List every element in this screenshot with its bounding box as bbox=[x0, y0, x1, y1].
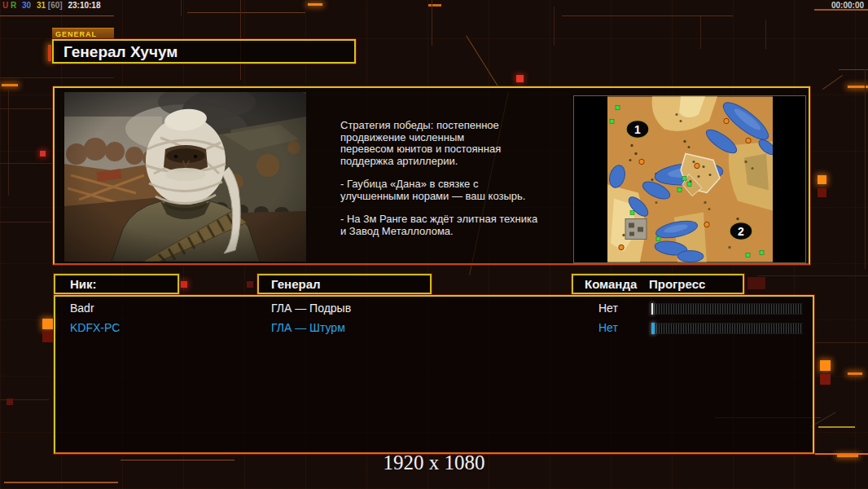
general-portrait bbox=[64, 92, 306, 262]
circuit-line bbox=[865, 69, 866, 269]
player-general: ГЛА — Штурм bbox=[271, 321, 345, 334]
circuit-line bbox=[8, 90, 9, 196]
strategy-paragraph: - Гаубица «Дана» в связке с улучшенными … bbox=[340, 178, 576, 202]
strategy-description: Стратегия победы: постепенное продвижени… bbox=[340, 120, 576, 249]
circuit-square bbox=[820, 360, 831, 371]
circuit-line bbox=[4, 482, 118, 483]
column-header-general: Генерал bbox=[257, 274, 432, 294]
circuit-line bbox=[432, 0, 432, 46]
column-header-team: Команда bbox=[585, 277, 637, 291]
general-info-panel: Стратегия победы: постепенное продвижени… bbox=[53, 86, 810, 265]
circuit-line bbox=[814, 342, 868, 343]
player-team: Нет bbox=[598, 321, 618, 334]
map-marker-2-icon: 2 bbox=[730, 222, 752, 240]
network-stats-overlay: U R 30 31 [60] 23:10:18 bbox=[2, 1, 103, 10]
minimap-image: 1 2 bbox=[607, 96, 773, 262]
stat-segment: R bbox=[11, 1, 16, 10]
circuit-square bbox=[181, 281, 187, 288]
circuit-square bbox=[7, 399, 13, 405]
stat-segment: U bbox=[2, 1, 8, 10]
circuit-line bbox=[818, 426, 855, 428]
circuit-dash bbox=[848, 372, 862, 375]
svg-text:1: 1 bbox=[634, 123, 641, 136]
player-nick: KDFX-PC bbox=[70, 321, 120, 334]
loading-screen: U R 30 31 [60] 23:10:18 00:00:00 GENERAL… bbox=[0, 0, 868, 489]
circuit-line bbox=[181, 0, 182, 16]
circuit-line bbox=[0, 77, 114, 78]
column-header-team-progress: Команда Прогресс bbox=[572, 274, 744, 294]
stat-segment: 31 bbox=[37, 1, 46, 10]
stat-segment: [60] bbox=[48, 1, 63, 10]
circuit-line bbox=[765, 20, 766, 49]
circuit-square bbox=[247, 281, 253, 288]
progress-bar bbox=[651, 303, 803, 315]
svg-text:2: 2 bbox=[738, 225, 744, 238]
circuit-diagonal-line bbox=[466, 35, 499, 87]
circuit-square bbox=[516, 75, 524, 82]
resolution-label: 1920 x 1080 bbox=[0, 452, 868, 474]
strategy-paragraph: Стратегия победы: постепенное продвижени… bbox=[340, 120, 576, 167]
general-tab-label: GENERAL bbox=[52, 28, 114, 39]
circuit-line bbox=[839, 69, 868, 70]
circuit-square bbox=[820, 374, 831, 385]
column-header-nick: Ник: bbox=[54, 274, 179, 294]
circuit-square bbox=[42, 332, 53, 342]
player-row: Badr ГЛА — Подрыв Нет bbox=[55, 299, 813, 319]
player-team: Нет bbox=[598, 302, 618, 315]
circuit-square bbox=[42, 319, 53, 329]
match-timer: 00:00:00 bbox=[831, 1, 864, 10]
circuit-square bbox=[818, 188, 826, 197]
map-marker-1-icon: 1 bbox=[626, 121, 649, 139]
general-portrait-image bbox=[64, 92, 306, 262]
minimap-panel: 1 2 bbox=[573, 95, 806, 263]
progress-bar bbox=[651, 323, 803, 334]
circuit-square bbox=[40, 151, 46, 156]
circuit-dash bbox=[2, 84, 18, 86]
circuit-line bbox=[757, 275, 868, 276]
circuit-line bbox=[0, 15, 114, 16]
circuit-line bbox=[187, 12, 305, 13]
stat-segment: 30 bbox=[22, 1, 31, 10]
player-nick: Badr bbox=[70, 302, 94, 315]
circuit-line bbox=[0, 222, 54, 222]
player-general: ГЛА — Подрыв bbox=[271, 302, 351, 315]
progress-bar-fill bbox=[651, 323, 655, 334]
circuit-dash bbox=[428, 4, 441, 7]
circuit-line bbox=[562, 15, 733, 16]
progress-bar-fill bbox=[651, 303, 653, 315]
circuit-square bbox=[747, 277, 765, 289]
player-row: KDFX-PC ГЛА — Штурм Нет bbox=[55, 319, 813, 338]
column-header-progress: Прогресс bbox=[649, 275, 705, 293]
player-list-panel: Badr ГЛА — Подрыв Нет KDFX-PC ГЛА — Штур… bbox=[54, 295, 814, 454]
circuit-line bbox=[700, 16, 701, 49]
stat-clock: 23:10:18 bbox=[68, 1, 100, 10]
circuit-line bbox=[554, 7, 555, 46]
circuit-square bbox=[818, 175, 826, 184]
strategy-paragraph: - На 3м Ранге вас ждёт элитная техника и… bbox=[340, 214, 576, 237]
circuit-diagonal-line bbox=[822, 75, 843, 90]
page-title: Генерал Хучум bbox=[52, 39, 356, 64]
circuit-dash bbox=[308, 3, 322, 6]
